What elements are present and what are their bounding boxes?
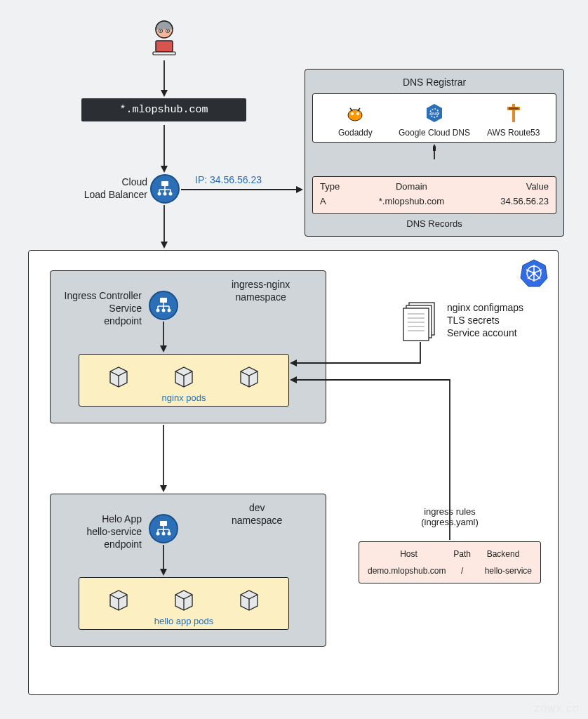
dns-hdr-domain: Domain (360, 181, 463, 192)
arrow-lb-cluster (163, 205, 166, 249)
svg-rect-74 (160, 521, 167, 526)
svg-rect-65 (403, 308, 429, 341)
dev-namespace-box: dev namespace Helo App hello-service end… (50, 494, 326, 647)
svg-text:DNS: DNS (431, 112, 439, 116)
arrow-user-domain (163, 60, 166, 97)
svg-rect-30 (512, 104, 515, 122)
ingress-rules-row: demo.mlopshub.com / hello-service (368, 566, 532, 576)
svg-point-54 (168, 309, 171, 312)
provider-label: AWS Route53 (487, 128, 540, 138)
ingress-svc-icon (149, 291, 178, 320)
svg-marker-73 (160, 485, 167, 492)
pod-icon (170, 585, 198, 613)
pod-icon (105, 585, 133, 613)
svg-point-22 (348, 110, 362, 121)
hello-pods-label: hello app pods (86, 616, 281, 626)
dns-hdr-value: Value (469, 181, 549, 192)
dns-record-box: Type Domain Value A *.mlopshub.com 34.56… (312, 176, 556, 214)
pod-icon (170, 362, 198, 390)
ip-label: IP: 34.56.56.23 (195, 174, 262, 185)
nginx-pods-label: nginx pods (86, 393, 281, 403)
svg-point-82 (168, 532, 171, 536)
svg-marker-8 (161, 90, 168, 97)
domain-text: *.mlopshub.com (119, 104, 208, 116)
dev-ns-label: dev namespace (232, 501, 282, 527)
svg-point-81 (162, 532, 166, 536)
svg-point-80 (156, 532, 160, 536)
rules-hdr-host: Host (368, 549, 450, 559)
registrar-providers: Godaddy DNS Google Cloud DNS AWS Route53 (312, 93, 556, 143)
svg-point-23 (351, 112, 354, 115)
svg-point-4 (167, 30, 168, 32)
ingress-rules-header: Host Path Backend (368, 549, 532, 559)
dns-type: A (320, 196, 354, 206)
svg-rect-11 (161, 181, 168, 186)
ingress-rules-box: Host Path Backend demo.mlopshub.com / he… (359, 541, 541, 583)
rules-path: / (450, 566, 474, 576)
svg-marker-71 (290, 360, 297, 367)
svg-marker-36 (161, 242, 168, 249)
route53-icon (502, 101, 526, 125)
rules-backend: hello-service (474, 566, 532, 576)
rules-hdr-path: Path (450, 549, 474, 559)
dns-registrar-box: DNS Registrar Godaddy DNS Google Cloud D… (305, 69, 564, 237)
ingress-svc-label: Ingress Controller Service endpoint (58, 289, 142, 328)
nginx-pods-box: nginx pods (79, 354, 289, 407)
configs-label: nginx configmaps TLS secrets Service acc… (447, 301, 523, 340)
rules-host: demo.mlopshub.com (368, 566, 450, 576)
svg-point-18 (163, 192, 167, 196)
ingress-namespace-box: ingress-nginx namespace Ingress Controll… (50, 270, 326, 423)
user-icon (147, 20, 181, 60)
arrow-lb-dns (181, 188, 303, 191)
k8s-cluster-box: ingress-nginx namespace Ingress Controll… (28, 250, 559, 695)
provider-label: Godaddy (338, 128, 373, 138)
svg-marker-56 (160, 345, 167, 352)
provider-label: Google Cloud DNS (399, 128, 470, 138)
svg-rect-6 (153, 52, 175, 55)
rules-hdr-backend: Backend (474, 549, 532, 559)
svg-marker-84 (160, 569, 167, 576)
svg-point-3 (160, 30, 161, 32)
svg-marker-34 (433, 144, 436, 151)
dns-record-header: Type Domain Value (320, 181, 549, 192)
ingress-ns-label: ingress-nginx namespace (232, 278, 290, 303)
watermark-text: znwx.cn (534, 702, 580, 715)
arrow-rules-nginxpods (290, 380, 454, 543)
svg-marker-10 (161, 166, 168, 173)
svg-rect-5 (156, 41, 173, 52)
provider-godaddy: Godaddy (316, 101, 395, 138)
arrow-svc-nginxpods (162, 322, 165, 352)
arrow-svc-hellopods (162, 545, 165, 576)
domain-bar: *.mlopshub.com (81, 98, 246, 121)
dns-hdr-type: Type (320, 181, 354, 192)
provider-gcloud: DNS Google Cloud DNS (395, 101, 474, 138)
dns-domain: *.mlopshub.com (360, 196, 463, 206)
pod-icon (235, 362, 263, 390)
svg-point-24 (356, 112, 359, 115)
svg-point-52 (156, 309, 160, 312)
pod-icon (235, 585, 263, 613)
hello-pods-box: hello app pods (79, 577, 289, 630)
kubernetes-logo-icon (519, 258, 549, 289)
godaddy-icon (343, 101, 367, 125)
lb-label: Cloud Load Balancer (77, 176, 147, 201)
svg-point-17 (158, 192, 161, 196)
configs-docs-icon (401, 300, 440, 347)
arrow-configs-nginxpods (290, 342, 423, 374)
load-balancer-icon (150, 174, 180, 204)
arrow-records-providers (433, 144, 436, 159)
svg-point-19 (169, 192, 173, 196)
provider-route53: AWS Route53 (474, 101, 553, 138)
hello-svc-icon (149, 514, 178, 543)
arrow-ingress-dev (162, 425, 165, 492)
svg-point-45 (533, 272, 536, 275)
dns-value: 34.56.56.23 (469, 196, 549, 206)
gcloud-dns-icon: DNS (422, 101, 446, 125)
svg-rect-46 (160, 298, 167, 303)
svg-point-53 (162, 309, 166, 312)
pod-icon (105, 362, 133, 390)
hello-svc-label: Helo App hello-service endpoint (58, 513, 142, 551)
registrar-title: DNS Registrar (312, 77, 556, 88)
dns-records-label: DNS Records (312, 218, 556, 229)
dns-record-row: A *.mlopshub.com 34.56.56.23 (320, 196, 549, 206)
